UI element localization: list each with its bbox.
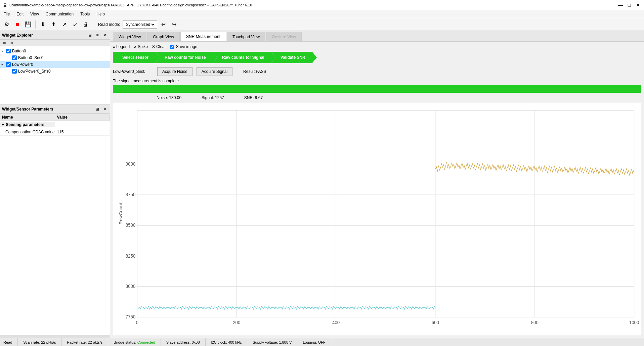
status-bridge: Bridge status: Connected — [108, 338, 161, 346]
menu-help[interactable]: Help — [93, 11, 108, 17]
tab-widget-view[interactable]: Widget View — [113, 32, 146, 41]
spike-icon: ∧ — [134, 44, 137, 49]
svg-text:1000: 1000 — [629, 320, 639, 325]
step-raw-signal: Raw counts for Signal — [213, 52, 271, 63]
tabs-bar: Widget View Graph View SNR Measurement T… — [110, 31, 644, 42]
svg-text:7750: 7750 — [126, 314, 135, 319]
acquire-noise-button[interactable]: Acquire Noise — [157, 67, 192, 76]
tree-item-lowpower0[interactable]: ▾ LowPower0 — [0, 61, 110, 68]
step-raw-signal-label: Raw counts for Signal — [222, 55, 264, 60]
tab-gesture-view-label: Gesture View — [272, 35, 296, 39]
params-scrollbar[interactable] — [0, 335, 110, 338]
acquire-signal-button[interactable]: Acquire Signal — [197, 67, 232, 76]
tab-snr-measurement-label: SNR Measurement — [186, 34, 220, 39]
toolbar-settings-button[interactable]: ⚙ — [2, 20, 11, 29]
toolbar-download-button[interactable]: ⬇ — [38, 20, 47, 29]
tree-item-button0[interactable]: ▾ Button0 — [0, 48, 110, 54]
checkbox-lowpower0-sns0[interactable] — [12, 69, 17, 74]
minimize-button[interactable]: — — [617, 2, 624, 8]
clear-icon: ✕ — [152, 44, 155, 49]
spike-button[interactable]: ∧ Spike — [134, 44, 148, 49]
read-mode-select[interactable]: Synchronized Manual — [123, 20, 157, 29]
tab-touchpad-view-label: Touchpad View — [232, 35, 260, 39]
params-panel-actions: ⊞ ✕ — [94, 106, 108, 112]
menu-edit[interactable]: Edit — [13, 11, 27, 17]
checkbox-lowpower0[interactable] — [6, 62, 11, 67]
status-packet-rate: Packet rate: 22 pkts/s — [62, 338, 109, 346]
toolbar-import-button[interactable]: ↙ — [70, 20, 80, 29]
toolbar-export-button[interactable]: ↗ — [59, 20, 69, 29]
widget-explorer-expand-button[interactable]: ⊞ — [87, 32, 93, 38]
snr-content: ≡ Legend ∧ Spike ✕ Clear Save image — [110, 42, 644, 338]
svg-text:8500: 8500 — [126, 223, 135, 228]
tree-item-button0-sns0[interactable]: ▾ Button0_Sns0 — [0, 54, 110, 61]
status-slave-addr: Slave address: 0x08 — [161, 338, 206, 346]
stats-row: Noise: 130.00 Signal: 1257 SNR: 9.67 — [113, 95, 641, 100]
svg-text:8750: 8750 — [126, 192, 135, 197]
tree-item-lowpower0-sns0[interactable]: ▾ LowPower0_Sns0 — [0, 68, 110, 75]
menu-tools[interactable]: Tools — [77, 11, 93, 17]
legend-icon: ≡ — [113, 44, 115, 49]
status-scan-rate-label: Scan rate: 22 pkts/s — [23, 340, 56, 344]
chevron-down-icon: ▾ — [1, 49, 6, 53]
we-tb-btn2[interactable]: ⊠ — [9, 40, 15, 46]
tab-snr-measurement[interactable]: SNR Measurement — [180, 32, 226, 41]
main-layout: Widget Explorer ⊞ ≡ ✕ ⊞ ⊠ ▾ Button0 — [0, 31, 644, 338]
step-raw-noise: Raw counts for Noise — [155, 52, 213, 63]
params-col-name: Name — [0, 115, 55, 120]
left-panel: Widget Explorer ⊞ ≡ ✕ ⊞ ⊠ ▾ Button0 — [0, 31, 110, 338]
chevron-section-icon: ▾ — [2, 123, 4, 127]
status-packet-rate-label: Packet rate: 22 pkts/s — [67, 340, 103, 344]
snr-toolbar: ≡ Legend ∧ Spike ✕ Clear Save image — [113, 44, 641, 49]
tree-label-button0-sns0: Button0_Sns0 — [18, 55, 43, 60]
read-mode-dropdown[interactable]: Synchronized Manual — [124, 22, 156, 27]
toolbar-undo-button[interactable]: ↩ — [159, 20, 168, 29]
params-expand-button[interactable]: ⊞ — [94, 106, 100, 112]
params-close-button[interactable]: ✕ — [102, 106, 108, 112]
toolbar-save-button[interactable]: 💾 — [24, 20, 33, 29]
signal-stat: Signal: 1257 — [202, 95, 224, 100]
menu-file[interactable]: File — [0, 11, 13, 17]
save-image-label: Save image — [176, 44, 197, 49]
title-bar-left: 🖥 C:/mtw/mtb-example-psoc4-msclp-capsens… — [3, 2, 252, 8]
toolbar-print-button[interactable]: 🖨 — [81, 20, 90, 29]
sensing-params-label: Sensing parameters — [6, 122, 44, 127]
tab-touchpad-view[interactable]: Touchpad View — [227, 32, 265, 41]
chart-svg: 7750 8000 8250 8500 8750 9000 0 200 400 … — [113, 103, 641, 335]
params-table: Name Value ▾ Sensing parameters Compensa… — [0, 114, 110, 335]
params-panel-title: Widget/Sensor Parameters — [2, 107, 53, 112]
status-mode: Read — [3, 338, 18, 346]
widget-explorer-options-button[interactable]: ≡ — [94, 32, 100, 38]
legend-button[interactable]: ≡ Legend — [113, 44, 130, 49]
toolbar-upload-button[interactable]: ⬆ — [49, 20, 58, 29]
params-col-value: Value — [55, 115, 110, 120]
svg-text:0: 0 — [136, 320, 138, 325]
we-tb-btn1[interactable]: ⊞ — [1, 40, 7, 46]
tab-graph-view[interactable]: Graph View — [147, 32, 179, 41]
menu-communication[interactable]: Communication — [42, 11, 77, 17]
menu-view[interactable]: View — [27, 11, 42, 17]
status-i2c-clock-label: I2C clock: 400 kHz — [211, 340, 242, 344]
params-header-row: Name Value — [0, 114, 110, 121]
status-bridge-value: Connected — [137, 340, 155, 344]
params-cdac-value[interactable]: 115 — [55, 130, 110, 134]
toolbar-redo-button[interactable]: ↪ — [169, 20, 179, 29]
toolbar-stop-button[interactable]: ⏹ — [13, 20, 22, 29]
title-bar: 🖥 C:/mtw/mtb-example-psoc4-msclp-capsens… — [0, 0, 644, 10]
chevron-down-icon-lp: ▾ — [1, 63, 6, 67]
checkbox-button0[interactable] — [6, 49, 11, 53]
save-image-checkbox[interactable] — [170, 45, 174, 49]
checkbox-button0-sns0[interactable] — [12, 55, 17, 60]
widget-explorer-close-button[interactable]: ✕ — [102, 32, 108, 38]
step-select-sensor: Select sensor — [113, 52, 155, 63]
legend-label: Legend — [116, 44, 130, 49]
widget-explorer-title: Widget Explorer — [2, 33, 33, 38]
maximize-button[interactable]: □ — [626, 2, 633, 8]
clear-button[interactable]: ✕ Clear — [152, 44, 166, 49]
window-title: C:/mtw/mtb-example-psoc4-msclp-capsense-… — [9, 3, 252, 7]
save-image-button[interactable]: Save image — [170, 44, 197, 49]
progress-bar-fill — [113, 85, 641, 93]
widget-explorer-header: Widget Explorer ⊞ ≡ ✕ — [0, 31, 110, 40]
close-button[interactable]: ✕ — [635, 2, 641, 8]
spike-label: Spike — [138, 44, 148, 49]
